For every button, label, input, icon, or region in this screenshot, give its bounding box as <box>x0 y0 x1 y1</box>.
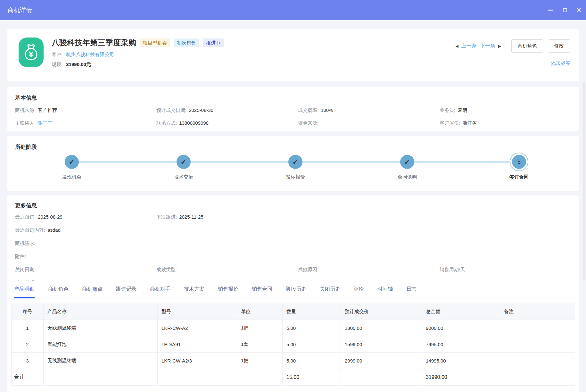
tab-sales-quote[interactable]: 销售报价 <box>218 281 239 298</box>
next-record-link[interactable]: 下一条 <box>480 43 495 49</box>
check-icon: ✓ <box>180 158 186 166</box>
customer-link[interactable]: 杭州八骏科技有限公司 <box>66 52 114 57</box>
tab-competitors[interactable]: 商机对手 <box>150 281 171 298</box>
field-demand: 商机需求: <box>15 239 571 247</box>
opportunity-summary: 八骏科技年第三季度采购 项目型机会 初次销售 推进中 客户: 杭州八骏科技有限公… <box>52 38 224 81</box>
col-model: 型号 <box>158 304 237 320</box>
field-main-contact: 主联络人:张三丰 <box>15 120 156 127</box>
total-quantity: 15.00 <box>283 369 341 386</box>
stage-card: 所处阶段 ✓ 发现机会 ✓ 技术交流 ✓ 投标报价 ✓ 合同谈判 5 签订合同 <box>7 136 579 191</box>
field-last-follow: 最近跟进:2025-08-29 <box>15 213 156 221</box>
more-info-card: 更多信息 最近跟进:2025-08-29 下次跟进:2025-11-25 最近跟… <box>7 196 579 281</box>
stage-step-3[interactable]: ✓ 投标报价 <box>270 136 321 191</box>
tab-sales-contract[interactable]: 销售合同 <box>252 281 273 298</box>
table-row[interactable]: 3 无线测温终端 LKR-CW-A2/3 1把 5.00 2999.00 149… <box>12 353 575 369</box>
tab-opportunity-role[interactable]: 商机角色 <box>48 281 69 298</box>
stage-step-5-current[interactable]: 5 签订合同 <box>493 136 545 191</box>
tab-product-detail[interactable]: 产品明细 <box>14 281 35 298</box>
header-actions: ◀ 上一条 下一条 ▶ 商机角色 修改 添加标签 <box>454 38 570 81</box>
more-info-row: 关闭日期: 成败类型: 成败原因: 销售周期/天: <box>15 266 571 273</box>
col-expected-price: 预计成交价 <box>341 304 422 320</box>
basic-info-title: 基本信息 <box>15 94 571 102</box>
tab-stage-history[interactable]: 阶段历史 <box>285 281 307 298</box>
col-total-amount: 总金额 <box>422 304 500 320</box>
stage-step-2[interactable]: ✓ 技术交流 <box>158 136 209 191</box>
opportunity-header-card: 八骏科技年第三季度采购 项目型机会 初次销售 推进中 客户: 杭州八骏科技有限公… <box>7 29 579 81</box>
col-product-name: 产品名称 <box>44 304 158 320</box>
field-result-note: 成败说明: <box>15 279 571 281</box>
basic-info-card: 基本信息 商机来源:客户推荐 预计成交日期:2025-08-30 成交概率:10… <box>7 87 579 131</box>
product-table: 序号 产品名称 型号 单位 数量 预计成交价 总金额 备注 1 无线测温终端 L <box>11 304 575 386</box>
check-icon: ✓ <box>292 158 298 166</box>
tabs-card: 产品明细 商机角色 商机痛点 跟进记录 商机对手 技术方案 销售报价 销售合同 … <box>7 281 579 392</box>
check-icon: ✓ <box>69 158 75 166</box>
maximize-icon[interactable] <box>562 7 568 13</box>
table-row[interactable]: 2 智能灯泡 LED/A91 1套 5.00 1599.00 7995.00 <box>12 336 575 353</box>
col-index: 序号 <box>12 304 44 320</box>
stage-step-1[interactable]: ✓ 发现机会 <box>46 136 97 191</box>
field-follow-content: 最近跟进内容:asdad <box>15 226 571 234</box>
vertical-scrollbar[interactable] <box>583 82 585 280</box>
table-header-row: 序号 产品名称 型号 单位 数量 预计成交价 总金额 备注 <box>12 304 575 320</box>
prev-arrow-icon[interactable]: ◀ <box>454 44 460 48</box>
tab-comments[interactable]: 评论 <box>353 281 364 298</box>
stage-step-4[interactable]: ✓ 合同谈判 <box>382 136 433 191</box>
field-salesperson: 业务员:袁朗 <box>440 107 571 114</box>
tab-follow-records[interactable]: 跟进记录 <box>116 281 137 298</box>
field-attachment: 附件: <box>15 253 571 260</box>
total-amount: 31990.00 <box>422 369 500 386</box>
basic-info-row: 主联络人:张三丰 联系方式:13800009098 资金来源: 客户省份:浙江省 <box>15 120 571 127</box>
field-probability: 成交概率:100% <box>298 107 440 114</box>
field-next-follow: 下次跟进:2025-11-25 <box>156 213 298 221</box>
more-info-title: 更多信息 <box>15 202 571 209</box>
col-unit: 单位 <box>237 304 283 320</box>
field-phone: 联系方式:13800009098 <box>156 120 298 127</box>
tab-close-history[interactable]: 关闭历史 <box>319 281 341 298</box>
edit-button[interactable]: 修改 <box>548 39 570 53</box>
col-remark: 备注 <box>500 304 575 320</box>
more-info-row: 最近跟进:2025-08-29 下次跟进:2025-11-25 <box>15 213 571 221</box>
window-controls: ✕ <box>548 7 586 13</box>
scale-label: 规模: <box>52 62 62 67</box>
check-icon: ✓ <box>404 158 410 166</box>
field-close-date: 关闭日期: <box>15 266 156 273</box>
col-quantity: 数量 <box>283 304 341 320</box>
tag-opportunity-type: 项目型机会 <box>140 38 170 47</box>
tag-sale-type: 初次销售 <box>174 38 199 47</box>
tab-bar: 产品明细 商机角色 商机痛点 跟进记录 商机对手 技术方案 销售报价 销售合同 … <box>7 281 579 298</box>
contact-link[interactable]: 张三丰 <box>38 120 52 126</box>
basic-info-row: 商机来源:客户推荐 预计成交日期:2025-08-30 成交概率:100% 业务… <box>15 107 571 114</box>
scale-value: 31990.00元 <box>66 62 91 67</box>
total-label: 合计 <box>12 369 44 386</box>
field-funding-source: 资金来源: <box>298 120 440 127</box>
close-icon[interactable]: ✕ <box>576 7 582 13</box>
opportunity-role-button[interactable]: 商机角色 <box>511 39 543 53</box>
table-row[interactable]: 1 无线测温终端 LKR-CW-A2 1把 5.00 1800.00 9000.… <box>12 320 575 336</box>
titlebar: 商机详情 ✕ <box>0 0 586 20</box>
add-tag-link[interactable]: 添加标签 <box>551 60 570 66</box>
minimize-icon[interactable] <box>548 7 554 13</box>
tab-tech-solution[interactable]: 技术方案 <box>184 281 205 298</box>
tab-timeline[interactable]: 时间轴 <box>377 281 393 298</box>
tag-status: 推进中 <box>203 38 224 47</box>
field-expected-date: 预计成交日期:2025-08-30 <box>156 107 298 114</box>
dialog-body: 八骏科技年第三季度采购 项目型机会 初次销售 推进中 客户: 杭州八骏科技有限公… <box>0 20 586 392</box>
tab-logs[interactable]: 日志 <box>406 281 417 298</box>
opportunity-title: 八骏科技年第三季度采购 <box>52 38 136 48</box>
money-bag-icon <box>19 38 44 67</box>
prev-record-link[interactable]: 上一条 <box>461 43 477 49</box>
field-province: 客户省份:浙江省 <box>440 120 571 127</box>
window-title: 商机详情 <box>8 6 32 14</box>
field-sales-cycle: 销售周期/天: <box>440 266 571 273</box>
customer-label: 客户: <box>52 52 62 57</box>
field-result-reason: 成败原因: <box>298 266 440 273</box>
step-number: 5 <box>512 155 526 169</box>
field-result-type: 成败类型: <box>156 266 298 273</box>
tab-pain-points[interactable]: 商机痛点 <box>82 281 103 298</box>
opportunity-detail-window: 商机详情 ✕ 八骏科技年第三季度采购 项目型机会 初次销售 推 <box>0 0 586 392</box>
next-arrow-icon[interactable]: ▶ <box>497 44 502 48</box>
table-total-row: 合计 15.00 31990.00 <box>12 369 575 386</box>
field-source: 商机来源:客户推荐 <box>15 107 156 114</box>
